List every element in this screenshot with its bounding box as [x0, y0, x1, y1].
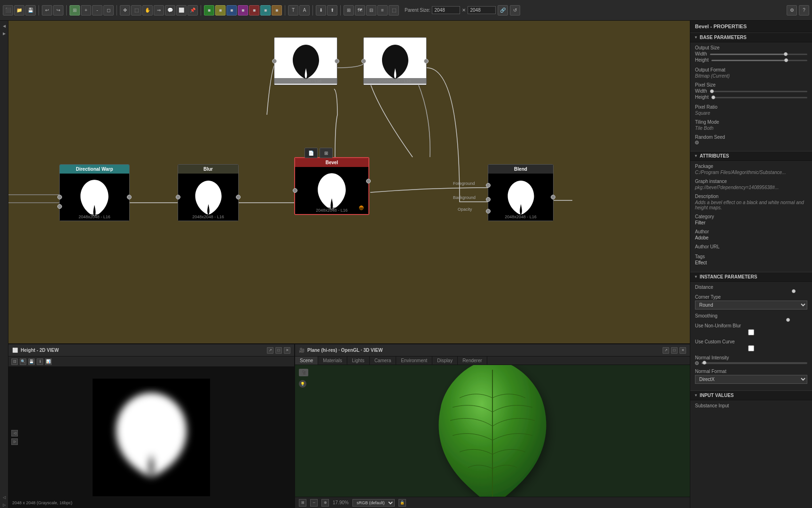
sidebar-bottom-btn2[interactable]: ▷	[1, 501, 8, 508]
move-btn[interactable]: ✥	[120, 5, 130, 16]
node-dw-port-in1[interactable]	[57, 195, 62, 199]
node-directional-warp[interactable]: Directional Warp 2048x2048 - L16	[59, 164, 130, 221]
minimap-btn[interactable]: 🗺	[355, 5, 365, 16]
output-size-width-thumb[interactable]	[784, 52, 788, 56]
sidebar-top-btn1[interactable]: ◀	[1, 23, 8, 29]
tab-materials[interactable]: Materials	[318, 357, 347, 365]
distance-thumb[interactable]	[792, 289, 796, 293]
node-blend-port-bg[interactable]	[486, 197, 491, 202]
light-icon[interactable]: 💡	[299, 380, 306, 388]
normal-format-select[interactable]: DirectX	[695, 375, 807, 384]
normal-intensity-dot[interactable]	[695, 361, 699, 365]
parent-size-link-btn[interactable]: 🔗	[498, 5, 508, 16]
3d-status-grid-btn[interactable]: ⊞	[299, 499, 306, 507]
panel-2d-close-btn[interactable]: ✕	[284, 347, 290, 354]
panel-3d-maximize-btn[interactable]: □	[671, 347, 678, 354]
panel-2d-maximize-btn[interactable]: □	[275, 347, 282, 354]
tab-environment[interactable]: Environment	[396, 357, 432, 365]
select-btn[interactable]: ⬚	[131, 5, 141, 16]
color1-btn[interactable]: ■	[204, 5, 214, 16]
color4-btn[interactable]: ■	[238, 5, 248, 16]
3d-status-nav-btn[interactable]: ↔	[310, 499, 318, 507]
2d-histogram-btn[interactable]: 📊	[45, 358, 52, 365]
normal-intensity-slider[interactable]	[702, 362, 807, 364]
section-instance-params[interactable]: ▼ INSTANCE PARAMETERS	[690, 272, 812, 282]
colorspace-select[interactable]: sRGB (default)	[352, 499, 395, 507]
2d-left-btn2[interactable]: ▷	[11, 438, 18, 445]
output-size-width-slider[interactable]	[710, 54, 807, 55]
color5-btn[interactable]: ■	[249, 5, 259, 16]
camera-icon[interactable]: 🎥	[299, 369, 308, 376]
new-btn[interactable]: ⬛	[3, 5, 13, 16]
node-top1-port-left[interactable]	[272, 59, 277, 64]
parent-size-reset-btn[interactable]: ↺	[510, 5, 520, 16]
2d-save-btn[interactable]: 💾	[28, 358, 35, 365]
node-dw-port-out[interactable]	[127, 195, 132, 199]
help-btn[interactable]: ?	[799, 5, 809, 16]
shape-btn[interactable]: A	[299, 5, 310, 16]
color2-btn[interactable]: ■	[215, 5, 226, 16]
custom-curve-checkbox[interactable]	[695, 345, 807, 351]
pixel-size-width-slider[interactable]	[710, 91, 807, 92]
output-size-height-slider[interactable]	[711, 60, 807, 61]
connect-btn[interactable]: ⇒	[154, 5, 164, 16]
zoom-fit-btn[interactable]: ⊞	[70, 5, 80, 16]
node-blend[interactable]: Blend 2048x2048 - L16 Foreground Backgro…	[488, 164, 554, 221]
snap-btn[interactable]: ⊟	[366, 5, 376, 16]
2d-fit-btn[interactable]: ⊡	[11, 358, 18, 365]
3d-lock-btn[interactable]: 🔒	[398, 499, 406, 507]
tab-scene[interactable]: Scene	[295, 357, 318, 365]
pixel-size-height-thumb[interactable]	[711, 95, 715, 99]
node-graph[interactable]: 2048x2048 - L16 2048x2048 - L16 Directio…	[8, 21, 690, 343]
redo-btn[interactable]: ↪	[53, 5, 63, 16]
text-btn[interactable]: T	[288, 5, 298, 16]
import-btn[interactable]: ⬇	[316, 5, 326, 16]
panel-3d-close-btn[interactable]: ✕	[679, 347, 686, 354]
smoothing-thumb[interactable]	[786, 318, 790, 322]
undo-btn[interactable]: ↩	[42, 5, 52, 16]
node-top1[interactable]: 2048x2048 - L16	[274, 37, 337, 85]
3d-status-zoom-btn[interactable]: ⊕	[321, 499, 329, 507]
color7-btn[interactable]: ■	[272, 5, 282, 16]
section-attributes[interactable]: ▼ ATTRIBUTES	[690, 151, 812, 161]
random-seed-dot[interactable]	[695, 141, 699, 144]
node-blur-port-out[interactable]	[236, 195, 241, 199]
parent-size-height[interactable]	[468, 6, 496, 14]
pin-btn[interactable]: 📌	[187, 5, 198, 16]
node-bevel-port-out1[interactable]	[366, 179, 371, 183]
output-size-height-thumb[interactable]	[784, 58, 788, 62]
panel-3d-content[interactable]: 🎥 💡	[295, 365, 690, 497]
settings-btn[interactable]: ⚙	[787, 5, 797, 16]
panel-3d-expand-btn[interactable]: ↗	[663, 347, 669, 354]
node-blur-port-in[interactable]	[176, 195, 180, 199]
sidebar-bottom-btn1[interactable]: ◁	[1, 494, 8, 500]
tab-lights[interactable]: Lights	[347, 357, 370, 365]
node-blur[interactable]: Blur 2048x2048 - L16	[178, 164, 239, 221]
2d-info-btn[interactable]: ℹ	[37, 358, 43, 365]
tab-renderer[interactable]: Renderer	[458, 357, 487, 365]
pan-btn[interactable]: ✋	[142, 5, 153, 16]
node-bevel-port-in[interactable]	[293, 188, 297, 193]
node-top2-port-right[interactable]	[424, 59, 429, 64]
save-btn[interactable]: 💾	[25, 5, 36, 16]
tab-camera[interactable]: Camera	[370, 357, 397, 365]
comment-btn[interactable]: 💬	[165, 5, 175, 16]
node-top2-port-left[interactable]	[361, 59, 366, 64]
node-top2[interactable]: 2048x2048 - L16	[363, 37, 427, 85]
group-btn[interactable]: ⬚	[389, 5, 399, 16]
section-input-values[interactable]: ▼ INPUT VALUES	[690, 390, 812, 400]
node-blend-port-fg[interactable]	[486, 183, 491, 188]
grid-btn[interactable]: ⊞	[344, 5, 354, 16]
sidebar-top-btn2[interactable]: ▶	[1, 30, 8, 37]
section-base-params[interactable]: ▼ BASE PARAMETERS	[690, 32, 812, 42]
parent-size-width[interactable]	[432, 6, 460, 14]
node-blend-port-out[interactable]	[551, 195, 555, 199]
node-blend-port-opacity[interactable]	[486, 209, 491, 214]
2d-zoom-btn[interactable]: 🔍	[20, 358, 26, 365]
align-btn[interactable]: ≡	[377, 5, 388, 16]
node-dw-port-in2[interactable]	[57, 204, 62, 209]
frame-btn[interactable]: ⬜	[176, 5, 187, 16]
zoom-out-btn[interactable]: -	[92, 5, 102, 16]
corner-type-select[interactable]: Round	[695, 301, 807, 310]
node-top1-port-right[interactable]	[335, 59, 339, 64]
